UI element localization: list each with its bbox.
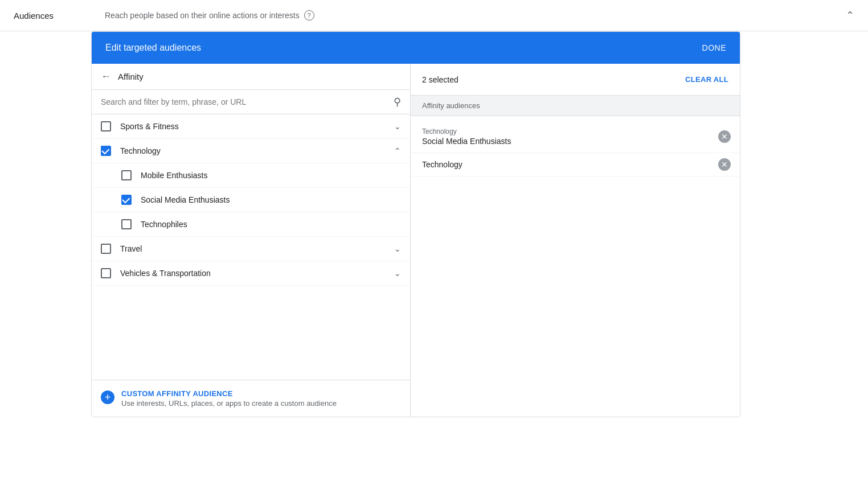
back-arrow-icon[interactable]: ← <box>101 71 111 83</box>
chevron-sports: ⌄ <box>394 122 401 131</box>
collapse-icon[interactable]: ⌃ <box>846 9 854 22</box>
checkbox-travel[interactable] <box>101 244 111 254</box>
page-subtitle: Reach people based on their online actio… <box>105 10 846 20</box>
panel-header-title: Edit targeted audiences <box>105 43 201 53</box>
selected-item-technology: Technology ✕ <box>411 153 740 176</box>
chevron-technology: ⌃ <box>394 146 401 155</box>
page-title: Audiences <box>14 11 105 20</box>
nav-bar: ← Affinity <box>92 64 410 90</box>
item-label-technology: Technology <box>120 146 390 155</box>
remove-social-media-button[interactable]: ✕ <box>718 130 731 143</box>
selected-item-name-1: Social Media Enthusiasts <box>422 137 728 146</box>
audiences-panel: Edit targeted audiences DONE ← Affinity … <box>91 31 740 417</box>
item-label-social-media: Social Media Enthusiasts <box>141 195 401 204</box>
checkbox-sports[interactable] <box>101 121 111 131</box>
search-icon: ⚲ <box>394 96 401 108</box>
help-icon[interactable]: ? <box>304 10 314 20</box>
list-item-travel[interactable]: Travel ⌄ <box>92 237 410 261</box>
item-label-mobile: Mobile Enthusiasts <box>141 171 401 180</box>
right-header: 2 selected CLEAR ALL <box>411 64 740 96</box>
custom-affinity-section[interactable]: + CUSTOM AFFINITY AUDIENCE Use interests… <box>92 380 410 417</box>
panel-header: Edit targeted audiences DONE <box>92 32 740 64</box>
list-item-technology[interactable]: Technology ⌃ <box>92 139 410 163</box>
selected-item-social-media: Technology Social Media Enthusiasts ✕ <box>411 121 740 153</box>
item-label-technophiles: Technophiles <box>141 220 401 229</box>
remove-technology-button[interactable]: ✕ <box>718 158 731 171</box>
list-item-vehicles[interactable]: Vehicles & Transportation ⌄ <box>92 261 410 286</box>
custom-affinity-title: CUSTOM AFFINITY AUDIENCE <box>121 389 337 398</box>
checkbox-technology[interactable] <box>101 146 111 156</box>
main-container: Edit targeted audiences DONE ← Affinity … <box>0 31 868 431</box>
technology-sub-items: Mobile Enthusiasts Social Media Enthusia… <box>92 163 410 237</box>
custom-affinity-description: Use interests, URLs, places, or apps to … <box>121 399 337 408</box>
checkbox-social-media[interactable] <box>121 195 132 205</box>
checkbox-vehicles[interactable] <box>101 268 111 278</box>
item-label-vehicles: Vehicles & Transportation <box>120 269 390 278</box>
chevron-vehicles: ⌄ <box>394 269 401 278</box>
list-item-sports[interactable]: Sports & Fitness ⌄ <box>92 114 410 139</box>
right-column: 2 selected CLEAR ALL Affinity audiences … <box>411 64 740 417</box>
chevron-travel: ⌄ <box>394 244 401 253</box>
custom-affinity-text: CUSTOM AFFINITY AUDIENCE Use interests, … <box>121 389 337 408</box>
sub-item-social-media[interactable]: Social Media Enthusiasts <box>92 188 410 212</box>
nav-title: Affinity <box>118 72 144 81</box>
clear-all-button[interactable]: CLEAR ALL <box>685 75 728 84</box>
category-list: Sports & Fitness ⌄ Technology ⌃ Mobile E… <box>92 114 410 380</box>
search-input[interactable] <box>101 97 389 106</box>
subtitle-text: Reach people based on their online actio… <box>105 11 300 20</box>
left-column: ← Affinity ⚲ Sports & Fitness ⌄ <box>92 64 411 417</box>
item-label-sports: Sports & Fitness <box>120 122 390 131</box>
page-header: Audiences Reach people based on their on… <box>0 0 868 31</box>
sub-item-technophiles[interactable]: Technophiles <box>92 212 410 237</box>
selected-items-list: Technology Social Media Enthusiasts ✕ Te… <box>411 116 740 417</box>
checkbox-mobile[interactable] <box>121 170 132 180</box>
item-label-travel: Travel <box>120 244 390 253</box>
search-bar: ⚲ <box>92 90 410 114</box>
section-label: Affinity audiences <box>411 96 740 116</box>
selected-count: 2 selected <box>422 75 458 84</box>
done-button[interactable]: DONE <box>702 43 726 52</box>
selected-item-name-2: Technology <box>422 160 728 169</box>
panel-body: ← Affinity ⚲ Sports & Fitness ⌄ <box>92 64 740 417</box>
sub-item-mobile[interactable]: Mobile Enthusiasts <box>92 163 410 188</box>
checkbox-technophiles[interactable] <box>121 219 132 229</box>
add-icon: + <box>101 390 114 404</box>
selected-item-category-1: Technology <box>422 128 728 135</box>
